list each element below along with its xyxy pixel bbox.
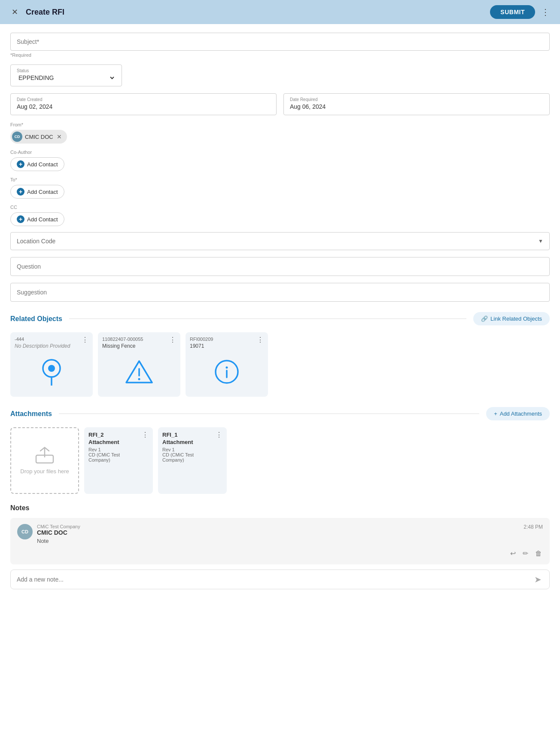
related-card-1-header: 110822407-000055 Missing Fence ⋮ — [102, 337, 176, 349]
suggestion-input[interactable] — [10, 283, 550, 302]
info-icon — [214, 359, 239, 384]
location-code-select[interactable]: Location Code — [11, 233, 549, 250]
status-select[interactable]: EPPENDING — [17, 74, 116, 82]
related-card-1: 110822407-000055 Missing Fence ⋮ — [98, 332, 180, 397]
attachment-card-1-more-button[interactable]: ⋮ — [216, 432, 222, 438]
link-related-objects-button[interactable]: 🔗 Link Related Objects — [473, 312, 550, 325]
svg-point-1 — [48, 365, 55, 372]
date-required-input[interactable]: Aug 06, 2024 — [290, 103, 543, 110]
cc-section: CC + Add Contact — [10, 205, 550, 226]
more-icon: ⋮ — [541, 7, 550, 17]
close-icon: ✕ — [12, 7, 18, 17]
status-label: Status — [17, 68, 116, 73]
header-right: SUBMIT ⋮ — [490, 5, 551, 19]
related-card-1-desc: Missing Fence — [102, 343, 135, 349]
header-left: ✕ Create RFI — [9, 6, 64, 18]
notes-title: Notes — [10, 504, 550, 512]
related-card-1-more-button[interactable]: ⋮ — [169, 337, 176, 343]
location-code-field: Location Code ▼ — [10, 232, 550, 250]
submit-button[interactable]: SUBMIT — [490, 5, 535, 19]
co-author-section: Co-Author + Add Contact — [10, 150, 550, 171]
note-body-0: CMiC Test Company CMIC DOC 2:48 PM Note — [37, 524, 543, 544]
date-created-field: Date Created Aug 02, 2024 — [10, 93, 277, 115]
attachment-card-1-name: RFI_1 Attachment — [162, 432, 216, 446]
date-created-input[interactable]: Aug 02, 2024 — [17, 103, 270, 110]
drop-zone[interactable]: Drop your files here — [10, 427, 79, 494]
related-card-0-info: -444 No Description Provided — [15, 337, 70, 349]
svg-point-5 — [138, 378, 140, 380]
related-card-0-more-button[interactable]: ⋮ — [82, 337, 88, 343]
date-required-field: Date Required Aug 06, 2024 — [283, 93, 550, 115]
note-edit-button-0[interactable]: ✏ — [522, 548, 529, 558]
reply-icon: ↩ — [510, 550, 516, 557]
attachment-card-1-info: RFI_1 Attachment Rev 1 CD (CMiC Test Com… — [162, 432, 216, 462]
attachment-card-1-header: RFI_1 Attachment Rev 1 CD (CMiC Test Com… — [162, 432, 222, 462]
co-author-add-icon: + — [17, 160, 24, 168]
add-attachments-plus-icon: + — [494, 410, 497, 417]
send-icon: ➤ — [534, 575, 542, 584]
note-reply-button-0[interactable]: ↩ — [509, 548, 517, 558]
attachments-section: Attachments + Add Attachments Drop your … — [10, 407, 550, 494]
co-author-add-label: Add Contact — [27, 161, 58, 168]
related-card-2-more-button[interactable]: ⋮ — [257, 337, 264, 343]
related-card-0-desc: No Description Provided — [15, 343, 70, 349]
related-card-0-icon-area — [15, 351, 88, 392]
pin-icon — [40, 358, 64, 386]
from-label: From* — [10, 122, 550, 127]
cc-label: CC — [10, 205, 550, 210]
attachment-card-0-more-button[interactable]: ⋮ — [142, 432, 149, 438]
related-card-0-id: -444 — [15, 337, 70, 342]
note-card-0-header: CD CMiC Test Company CMIC DOC 2:48 PM No… — [17, 524, 543, 544]
status-field-group: Status EPPENDING — [10, 64, 550, 86]
warning-icon — [125, 359, 153, 384]
to-add-label: Add Contact — [27, 189, 58, 195]
page-title: Create RFI — [26, 8, 64, 17]
related-card-2-icon-area — [190, 351, 264, 392]
note-header-row-0: CMiC Test Company CMIC DOC 2:48 PM — [37, 524, 543, 536]
date-created-label: Date Created — [17, 97, 270, 102]
related-card-0-header: -444 No Description Provided ⋮ — [15, 337, 88, 349]
note-author-0: CMIC DOC — [37, 529, 80, 536]
link-related-objects-label: Link Related Objects — [490, 315, 542, 322]
related-card-1-info: 110822407-000055 Missing Fence — [102, 337, 143, 349]
related-objects-action: 🔗 Link Related Objects — [473, 312, 550, 325]
note-company-0: CMiC Test Company — [37, 524, 80, 529]
attachments-grid: Drop your files here RFI_2 Attachment Re… — [10, 427, 550, 494]
question-input[interactable] — [10, 257, 550, 276]
upload-icon — [35, 447, 54, 464]
send-note-button[interactable]: ➤ — [533, 573, 543, 586]
note-text-0: Note — [37, 538, 543, 544]
edit-icon: ✏ — [523, 550, 528, 557]
related-objects-divider — [69, 319, 466, 319]
delete-icon: 🗑 — [535, 550, 542, 557]
subject-input[interactable] — [10, 33, 550, 51]
svg-point-8 — [226, 367, 228, 369]
attachment-card-0-info: RFI_2 Attachment Rev 1 CD (CMiC Test Com… — [88, 432, 142, 462]
close-button[interactable]: ✕ — [9, 6, 21, 18]
related-objects-title: Related Objects — [10, 315, 62, 323]
from-chip-close[interactable]: ✕ — [56, 133, 63, 140]
from-avatar: CD — [12, 132, 22, 142]
related-card-2-id: RFI000209 — [190, 337, 213, 342]
related-card-2: RFI000209 19071 ⋮ — [186, 332, 268, 397]
to-add-contact-button[interactable]: + Add Contact — [10, 185, 64, 199]
attachments-title: Attachments — [10, 410, 52, 418]
note-time-0: 2:48 PM — [523, 524, 543, 530]
to-label: To* — [10, 177, 550, 182]
note-delete-button-0[interactable]: 🗑 — [534, 548, 543, 558]
new-note-input[interactable] — [17, 570, 533, 589]
co-author-add-contact-button[interactable]: + Add Contact — [10, 157, 64, 171]
add-attachments-button[interactable]: + Add Attachments — [486, 407, 550, 420]
attachments-action: + Add Attachments — [486, 407, 550, 420]
date-required-label: Date Required — [290, 97, 543, 102]
drop-zone-text: Drop your files here — [20, 468, 69, 475]
add-attachments-label: Add Attachments — [500, 410, 542, 417]
to-section: To* + Add Contact — [10, 177, 550, 199]
note-card-0: CD CMiC Test Company CMIC DOC 2:48 PM No… — [10, 518, 550, 564]
cc-add-label: Add Contact — [27, 216, 58, 223]
note-actions-0: ↩ ✏ 🗑 — [17, 548, 543, 558]
attachment-card-0-header: RFI_2 Attachment Rev 1 CD (CMiC Test Com… — [88, 432, 149, 462]
cc-add-contact-button[interactable]: + Add Contact — [10, 212, 64, 226]
more-options-button[interactable]: ⋮ — [539, 5, 551, 19]
subject-field-group: *Required — [10, 33, 550, 58]
